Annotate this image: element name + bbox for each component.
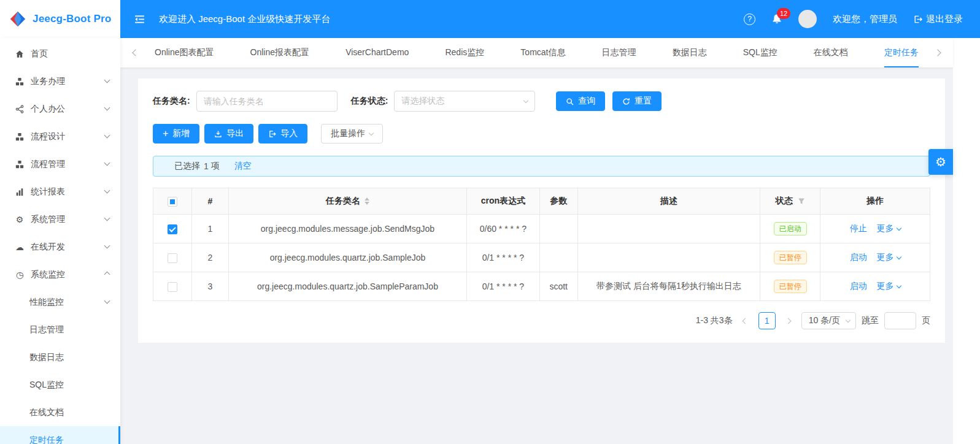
col-class-name-label: 任务类名 — [326, 196, 360, 205]
sidebar-subitem-performance-monitor[interactable]: 性能监控 — [0, 288, 120, 316]
menu-fold-icon[interactable] — [134, 13, 145, 25]
tab-data-log[interactable]: 数据日志 — [673, 38, 707, 67]
sidebar-subitem-sql-monitor[interactable]: SQL监控 — [0, 371, 120, 399]
tabs-scroll-left-button[interactable] — [129, 38, 142, 67]
current-page-button[interactable]: 1 — [758, 312, 776, 329]
job-stop-link[interactable]: 停止 — [850, 223, 867, 233]
sidebar-subitem-data-log[interactable]: 数据日志 — [0, 343, 120, 371]
sidebar-item-home[interactable]: 首页 — [0, 40, 120, 67]
cell-checkbox — [153, 272, 192, 301]
tab-tomcat-info[interactable]: Tomcat信息 — [520, 38, 565, 67]
sidebar-subitem-scheduled-tasks[interactable]: 定时任务 — [0, 426, 120, 444]
export-button-label: 导出 — [226, 128, 244, 139]
notification-bell[interactable]: 12 — [771, 13, 782, 25]
tab-scheduled-tasks[interactable]: 定时任务 — [884, 38, 919, 67]
more-dropdown[interactable]: 更多 — [877, 281, 901, 292]
row-checkbox[interactable] — [168, 282, 177, 292]
job-class-input[interactable] — [196, 91, 338, 112]
more-dropdown[interactable]: 更多 — [877, 223, 901, 234]
cell-param: scott — [539, 272, 577, 301]
prev-page-button[interactable] — [738, 312, 753, 329]
tab-sql-monitor[interactable]: SQL监控 — [743, 38, 777, 67]
col-action-label: 操作 — [866, 196, 884, 205]
next-page-button[interactable] — [781, 312, 796, 329]
col-desc-label: 描述 — [660, 196, 677, 205]
sidebar-item-process-design[interactable]: 流程设计 — [0, 123, 120, 150]
plus-icon: + — [163, 129, 168, 139]
select-all-checkbox[interactable] — [168, 197, 177, 207]
tabs-scroll-right-button[interactable] — [931, 38, 944, 67]
download-icon — [214, 130, 222, 138]
sidebar-item-label: 定时任务 — [29, 435, 64, 444]
row-checkbox[interactable] — [168, 224, 177, 234]
col-param: 参数 — [539, 188, 577, 215]
user-greeting[interactable]: 欢迎您，管理员 — [833, 13, 897, 25]
theme-settings-button[interactable]: ⚙ — [928, 149, 953, 175]
job-class-label: 任务类名: — [153, 96, 190, 107]
sidebar-item-system-management[interactable]: ⚙ 系统管理 — [0, 205, 120, 233]
chevron-down-icon — [104, 105, 110, 111]
reset-button[interactable]: 重置 — [612, 91, 662, 111]
cell-desc — [577, 243, 760, 272]
tab-online-docs[interactable]: 在线文档 — [814, 38, 848, 67]
import-button[interactable]: 导入 — [258, 124, 307, 144]
more-dropdown[interactable]: 更多 — [877, 252, 901, 263]
job-start-link[interactable]: 启动 — [850, 252, 867, 262]
app-logo[interactable]: Jeecg-Boot Pro — [0, 0, 120, 38]
more-label: 更多 — [877, 281, 894, 292]
cell-cron: 0/1 * * * * ? — [466, 243, 539, 272]
col-status[interactable]: 状态 — [760, 188, 820, 215]
cluster-icon — [15, 160, 25, 169]
cell-actions: 启动 更多 — [820, 272, 930, 301]
logout-button[interactable]: 退出登录 — [913, 13, 963, 25]
header-actions: ? 12 欢迎您，管理员 退出登录 — [744, 10, 963, 28]
sort-icon[interactable] — [365, 197, 369, 205]
sidebar-subitem-online-docs[interactable]: 在线文档 — [0, 399, 120, 426]
sidebar-item-label: 首页 — [31, 48, 48, 59]
export-button[interactable]: 导出 — [204, 124, 253, 144]
sidebar-item-system-monitor[interactable]: ◷ 系统监控 — [0, 261, 120, 288]
search-button-label: 查询 — [578, 96, 595, 107]
col-class-name[interactable]: 任务类名 — [229, 188, 467, 215]
jump-page-input[interactable] — [884, 312, 916, 329]
chevron-down-icon — [369, 131, 374, 136]
search-button[interactable]: 查询 — [556, 91, 605, 111]
tab-redis-monitor[interactable]: Redis监控 — [445, 38, 484, 67]
sidebar-item-statistics-report[interactable]: 统计报表 — [0, 178, 120, 205]
sidebar-item-process-management[interactable]: 流程管理 — [0, 150, 120, 178]
filter-icon[interactable] — [798, 197, 805, 205]
sidebar-item-business[interactable]: 业务办理 — [0, 67, 120, 95]
job-start-link[interactable]: 启动 — [850, 281, 867, 291]
page-tabbar: Online图表配置 Online报表配置 ViserChartDemo Red… — [120, 38, 953, 67]
batch-operation-label: 批量操作 — [331, 128, 365, 139]
cell-class-name: org.jeecg.modules.quartz.job.SampleJob — [229, 243, 467, 272]
gear-icon: ⚙ — [935, 155, 946, 169]
selection-suffix: 项 — [211, 161, 220, 172]
avatar[interactable] — [798, 10, 817, 28]
help-icon[interactable]: ? — [744, 13, 755, 25]
logo-diamond-icon — [9, 10, 27, 28]
sidebar-item-online-dev[interactable]: ☁ 在线开发 — [0, 233, 120, 261]
sidebar-item-label: 在线开发 — [31, 242, 65, 253]
sidebar-subitem-log-management[interactable]: 日志管理 — [0, 316, 120, 343]
chevron-down-icon — [104, 188, 110, 194]
cell-status: 已暂停 — [760, 243, 820, 272]
batch-operation-button[interactable]: 批量操作 — [321, 124, 383, 144]
job-status-select[interactable]: 请选择状态 — [394, 91, 535, 112]
chevron-down-icon — [896, 283, 901, 288]
tab-online-report-config[interactable]: Online报表配置 — [250, 38, 309, 67]
chevron-down-icon — [896, 255, 901, 259]
page-size-select[interactable]: 10 条/页 — [801, 312, 856, 329]
tab-online-chart-config[interactable]: Online图表配置 — [155, 38, 214, 67]
sidebar-item-label: 数据日志 — [29, 352, 64, 363]
dashboard-icon: ◷ — [15, 270, 25, 280]
cell-class-name: org.jeecg.modules.quartz.job.SampleParam… — [229, 272, 467, 301]
sidebar-item-personal-office[interactable]: 个人办公 — [0, 95, 120, 123]
cell-cron: 0/60 * * * * ? — [466, 215, 539, 243]
clear-selection-link[interactable]: 清空 — [234, 161, 252, 172]
tab-viser-chart-demo[interactable]: ViserChartDemo — [345, 38, 409, 67]
content-area: 任务类名: 任务状态: 请选择状态 查询 — [120, 67, 953, 444]
tab-log-management[interactable]: 日志管理 — [602, 38, 636, 67]
row-checkbox[interactable] — [168, 253, 177, 263]
add-button[interactable]: + 新增 — [153, 124, 199, 144]
